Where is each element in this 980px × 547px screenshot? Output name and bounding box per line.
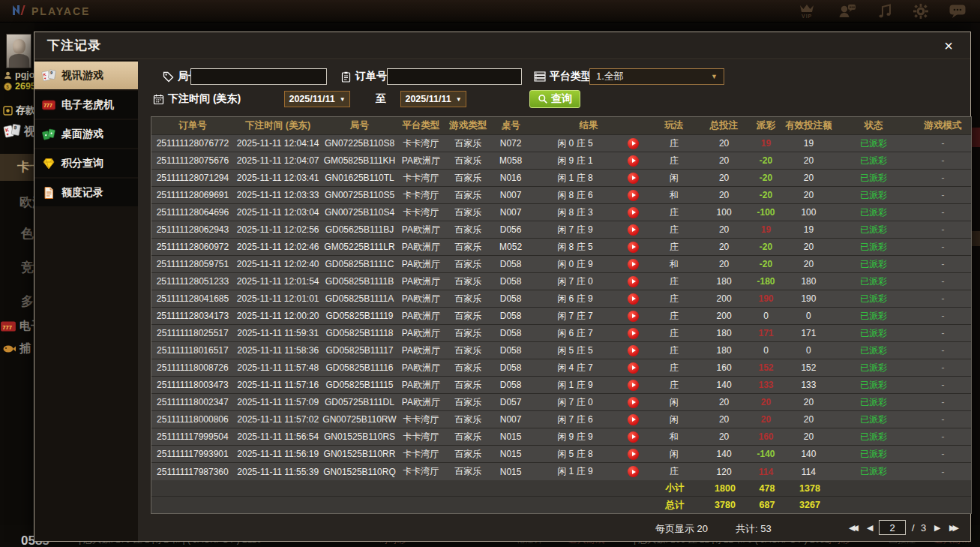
cell-order-id: 251111128051233 [151,276,234,287]
cell-bet-time: 2025-11-11 12:04:14 [234,138,322,149]
table-row: 2511111280341732025-11-11 12:00:20GD0582… [151,308,971,325]
replay-play-icon[interactable] [628,173,639,184]
first-page-icon[interactable]: ◀◀ [849,523,856,533]
replay-play-icon[interactable] [628,293,639,305]
sidebar-item-2[interactable]: 桌面游戏 [34,120,138,148]
table-row: 2511111179939012025-11-11 11:56:19GN0152… [151,446,971,463]
total-valid-bet: 3267 [786,500,834,510]
replay-play-icon[interactable] [628,449,639,460]
music-icon[interactable] [877,3,893,20]
cell-result: 闲 7 庄 6 [530,413,620,426]
support-icon[interactable] [838,3,857,20]
cell-valid-bet: 0 [784,311,832,321]
cell-payout: 160 [748,431,785,442]
cell-platform: PA欧洲厅 [397,293,445,305]
replay-play-icon[interactable] [628,190,639,201]
chevron-down-icon: ▼ [456,96,462,103]
playace-logo-icon [10,2,27,20]
replay-play-icon[interactable] [628,431,639,443]
cell-replay [620,380,647,391]
svg-text:$: $ [6,84,9,90]
sidebar-item-4[interactable]: 额度记录 [34,179,138,206]
prev-page-icon[interactable]: ◀ [867,523,873,533]
cell-payout: 114 [748,467,785,477]
replay-play-icon[interactable] [628,414,639,425]
cell-result: 闲 8 庄 5 [530,241,620,254]
cell-table-no: D058 [491,362,530,373]
platform-select[interactable]: 1.全部 ▼ [589,68,724,85]
next-page-icon[interactable]: ▶ [934,523,940,533]
vip-icon[interactable]: VIP [796,2,818,20]
cell-total-bet: 20 [701,224,748,235]
column-header: 游戏类型 [445,119,491,132]
cell-total-bet: 20 [701,414,748,425]
cell-total-bet: 20 [701,155,748,166]
table-body: 2511111280767722025-11-11 12:04:14GN0722… [151,135,971,480]
cell-order-id: 251111118002347 [151,397,234,407]
cell-table-no: N015 [491,467,530,477]
replay-play-icon[interactable] [628,311,639,322]
cell-platform: PA欧洲厅 [397,275,445,288]
date-to-select[interactable]: 2025/11/11 ▼ [400,91,466,107]
date-to-label: 至 [376,90,386,108]
replay-play-icon[interactable] [628,345,639,356]
cell-table-no: N007 [491,207,530,218]
credit-icon [41,185,56,200]
replay-play-icon[interactable] [628,328,639,339]
sidebar-item-0[interactable]: K♥9视讯游戏 [34,62,138,89]
cell-play-type: 庄 [647,379,701,392]
cell-bet-time: 2025-11-11 12:00:20 [234,311,322,321]
order-label: 订单号 [340,68,387,86]
sidebar-item-3[interactable]: 积分查询 [34,149,138,177]
replay-play-icon[interactable] [628,466,639,477]
chat-icon[interactable] [949,3,967,20]
cell-status: 已派彩 [832,206,915,219]
page-number-input[interactable]: 2 [879,520,906,535]
cell-replay [620,328,647,339]
cell-play-type: 庄 [647,241,701,254]
replay-play-icon[interactable] [628,259,639,270]
sidebar-item-label: 桌面游戏 [61,128,103,141]
last-page-icon[interactable]: ▶▶ [949,523,956,533]
cell-status: 已派彩 [832,241,915,254]
cell-round-id: GD05825B11119 [322,311,397,321]
replay-play-icon[interactable] [628,380,639,391]
cell-play-type: 庄 [647,155,701,167]
total-row: 总计 3780 687 3267 [151,497,971,513]
total-count-label: 共计: 53 [736,522,772,536]
cell-play-type: 和 [647,258,701,271]
cell-total-bet: 180 [701,328,748,338]
search-button[interactable]: 查询 [529,90,580,108]
replay-play-icon[interactable] [628,397,639,408]
replay-play-icon[interactable] [628,362,639,374]
replay-play-icon[interactable] [628,207,639,218]
round-input[interactable] [190,68,327,85]
replay-play-icon[interactable] [628,276,639,287]
cell-payout: -100 [748,207,785,218]
brand-logo[interactable]: PLAYACE [10,2,90,20]
cell-status: 已派彩 [832,327,915,340]
cell-total-bet: 200 [701,311,748,321]
app-window: PLAYACE VIP pgjo $ 2695 存款 K♥9 视 卡卡 欧洲 色… [0,0,980,547]
column-header: 下注时间 (美东) [234,119,322,132]
cell-game-mode: - [915,467,971,477]
cell-order-id: 251111118008726 [151,362,234,373]
date-from-select[interactable]: 2025/11/11 ▼ [284,91,350,107]
table-row: 2511111180165172025-11-11 11:58:36GD0582… [151,342,971,359]
cell-replay [620,276,647,287]
replay-play-icon[interactable] [628,138,639,149]
settings-icon[interactable] [913,3,929,20]
table-row: 2511111280756762025-11-11 12:04:07GM0582… [151,152,971,170]
replay-play-icon[interactable] [628,224,639,236]
sidebar-item-1[interactable]: 777电子老虎机 [34,91,138,119]
order-input[interactable] [387,68,522,85]
table-row: 2511111280416852025-11-11 12:01:01GD0582… [151,290,971,308]
subtotal-valid-bet: 1378 [786,483,834,494]
lobby-left-strip: pgjo $ 2695 存款 K♥9 视 卡卡 欧洲 色 竞 多 777 电子 … [0,23,34,547]
cell-play-type: 庄 [647,344,701,357]
cell-status: 已派彩 [832,275,915,288]
replay-play-icon[interactable] [628,155,639,167]
replay-play-icon[interactable] [628,242,639,253]
close-icon[interactable]: × [940,37,958,55]
cell-total-bet: 20 [701,138,748,149]
